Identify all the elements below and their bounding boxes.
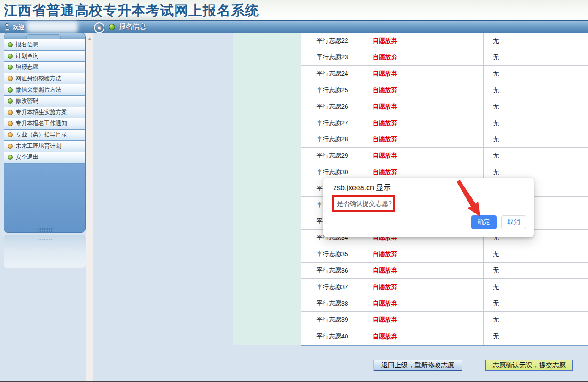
menu-status-orb-icon xyxy=(8,132,13,137)
preference-number-cell: 平行志愿40 xyxy=(301,328,364,345)
preference-number-cell: 平行志愿23 xyxy=(301,49,364,65)
annotation-red-box: 是否确认提交志愿? xyxy=(332,195,395,212)
menu-status-orb-icon xyxy=(8,87,13,93)
preference-number-cell: 平行志愿39 xyxy=(301,312,364,328)
sidebar-menu-item[interactable]: 专升本报名工作通知 xyxy=(4,118,85,130)
choice-cell: 自愿放弃 xyxy=(364,279,484,295)
choice-cell: 自愿放弃 xyxy=(364,131,484,147)
confirm-button[interactable]: 确定 xyxy=(471,215,497,229)
sidebar-filler-panel xyxy=(4,164,85,233)
status-orb-icon xyxy=(109,24,115,30)
page-title: 江西省普通高校专升本考试网上报名系统 xyxy=(0,0,588,20)
menu-status-orb-icon xyxy=(8,144,13,149)
choice-cell: 自愿放弃 xyxy=(364,82,484,98)
sidebar-collapsed-panel xyxy=(4,235,86,268)
menu-status-orb-icon xyxy=(8,54,13,59)
sidebar-menu-item[interactable]: 安全退出 xyxy=(4,152,85,164)
choice-cell: 自愿放弃 xyxy=(364,246,484,262)
college-cell: 无 xyxy=(484,131,588,147)
sidebar-menu-item[interactable]: 计划查询 xyxy=(4,51,85,62)
scroll-up-icon xyxy=(88,38,92,40)
sidebar: 报名信息 计划查询 填报志愿 网证身份核验方法 微信采集照片方法 修改密码 xyxy=(4,33,86,233)
table-row: 平行志愿22 自愿放弃 无 xyxy=(301,33,588,49)
menu-item-label: 未来工匠培育计划 xyxy=(16,142,61,150)
sidebar-scrollbar[interactable] xyxy=(86,33,93,382)
menu-status-orb-icon xyxy=(8,65,13,70)
preference-number-cell: 平行志愿25 xyxy=(301,82,364,98)
choice-cell: 自愿放弃 xyxy=(364,49,484,65)
menu-item-label: 专业（类）指导目录 xyxy=(16,131,67,139)
menu-item-label: 专升本报名工作通知 xyxy=(16,120,67,127)
college-cell: 无 xyxy=(484,148,588,164)
welcome-label: 欢迎 xyxy=(13,23,25,32)
college-cell: 无 xyxy=(484,33,588,49)
sidebar-menu-item[interactable]: 填报志愿 xyxy=(4,62,85,73)
menu-item-label: 安全退出 xyxy=(16,153,38,161)
college-cell: 无 xyxy=(484,66,588,82)
menu-item-label: 修改密码 xyxy=(16,97,38,105)
preference-number-cell: 平行志愿24 xyxy=(301,66,364,82)
preference-number-cell: 平行志愿27 xyxy=(301,115,364,131)
menu-status-orb-icon xyxy=(8,121,13,126)
sidebar-menu-item[interactable]: 网证身份核验方法 xyxy=(4,73,85,85)
preference-number-cell: 平行志愿38 xyxy=(301,295,364,311)
sidebar-menu-item[interactable]: 微信采集照片方法 xyxy=(4,84,85,96)
menu-status-orb-icon xyxy=(8,110,13,115)
return-modify-button[interactable]: 返回上级，重新修改志愿 xyxy=(374,360,462,371)
college-cell: 无 xyxy=(484,49,588,65)
choice-cell: 自愿放弃 xyxy=(364,328,484,345)
sidebar-tab-bump xyxy=(26,34,61,39)
choice-cell: 自愿放弃 xyxy=(364,33,484,49)
sidebar-menu-item[interactable]: 报名信息 xyxy=(4,39,85,51)
tab-registration-info[interactable]: 报名信息 xyxy=(109,22,146,31)
dialog-buttons: 确定 取消 xyxy=(471,215,526,229)
choice-cell: 自愿放弃 xyxy=(364,98,484,115)
college-cell: 无 xyxy=(484,295,588,311)
splitter-grip-handle[interactable] xyxy=(37,228,53,232)
submit-preferences-button[interactable]: 志愿确认无误，提交志愿 xyxy=(485,360,573,371)
toolbar: 欢迎 ◀ 报名信息 xyxy=(0,21,588,33)
college-cell: 无 xyxy=(484,246,588,262)
choice-cell: 自愿放弃 xyxy=(364,263,484,279)
table-row: 平行志愿24 自愿放弃 无 xyxy=(301,66,588,82)
choice-cell: 自愿放弃 xyxy=(364,66,484,82)
college-cell: 无 xyxy=(484,328,588,345)
table-row: 平行志愿26 自愿放弃 无 xyxy=(301,98,588,115)
preference-number-cell: 平行志愿36 xyxy=(301,263,364,279)
choice-cell: 自愿放弃 xyxy=(364,312,484,328)
table-row: 平行志愿38 自愿放弃 无 xyxy=(301,295,588,312)
menu-status-orb-icon xyxy=(8,42,13,47)
menu-item-label: 微信采集照片方法 xyxy=(16,86,61,94)
redacted-username xyxy=(27,21,78,33)
table-row: 平行志愿40 自愿放弃 无 xyxy=(301,328,588,345)
table-row: 平行志愿39 自愿放弃 无 xyxy=(301,312,588,328)
college-cell: 无 xyxy=(484,98,588,115)
table-row: 平行志愿29 自愿放弃 无 xyxy=(301,148,588,164)
table-row: 平行志愿28 自愿放弃 无 xyxy=(301,131,588,148)
preference-number-cell: 平行志愿37 xyxy=(301,279,364,295)
sidebar-menu-item[interactable]: 未来工匠培育计划 xyxy=(4,141,85,152)
choice-cell: 自愿放弃 xyxy=(364,295,484,311)
back-arrow-icon: ◀ xyxy=(97,26,101,30)
menu-item-label: 填报志愿 xyxy=(16,63,38,71)
preference-number-cell: 平行志愿22 xyxy=(301,33,364,49)
preference-number-cell: 平行志愿26 xyxy=(301,98,364,115)
menu-item-label: 专升本招生实施方案 xyxy=(16,109,67,116)
sidebar-menu-item[interactable]: 专业（类）指导目录 xyxy=(4,130,85,141)
table-row: 平行志愿36 自愿放弃 无 xyxy=(301,263,588,279)
choice-cell: 自愿放弃 xyxy=(364,115,484,131)
sidebar-header xyxy=(4,33,85,39)
table-row: 平行志愿27 自愿放弃 无 xyxy=(301,115,588,131)
sidebar-menu-item[interactable]: 专升本招生实施方案 xyxy=(4,107,85,119)
college-cell: 无 xyxy=(484,82,588,98)
college-cell: 无 xyxy=(484,312,588,328)
user-icon xyxy=(4,23,11,31)
splitter-grip-handle[interactable] xyxy=(37,238,53,241)
college-cell: 无 xyxy=(484,115,588,131)
college-cell: 无 xyxy=(484,263,588,279)
cancel-button[interactable]: 取消 xyxy=(501,215,526,229)
table-row: 平行志愿25 自愿放弃 无 xyxy=(301,82,588,98)
sidebar-menu-item[interactable]: 修改密码 xyxy=(4,96,85,107)
back-button[interactable]: ◀ xyxy=(94,22,104,33)
preference-number-cell: 平行志愿35 xyxy=(301,246,364,262)
